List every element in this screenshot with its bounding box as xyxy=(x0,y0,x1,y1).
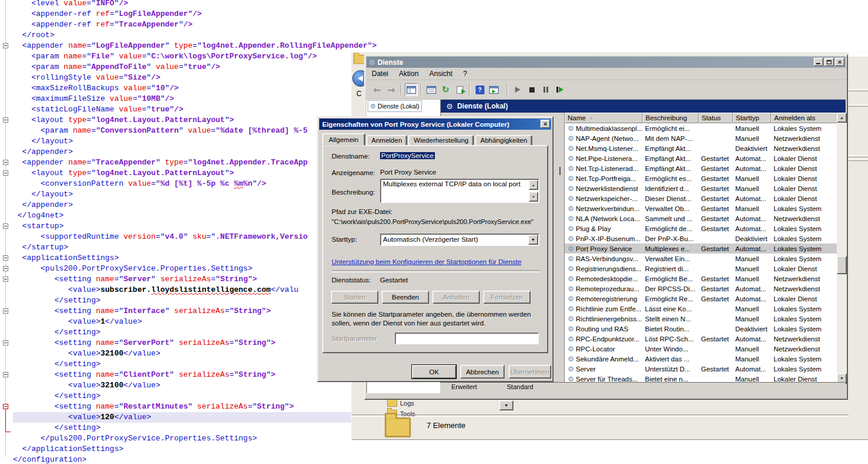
tab-standard[interactable]: Standard xyxy=(497,383,543,392)
service-row[interactable]: ⚙Netzwerkverbindun...Verwaltet Ob...Gest… xyxy=(565,203,837,213)
show-extension-button[interactable] xyxy=(487,83,500,96)
stop-button[interactable]: Beenden xyxy=(382,291,429,304)
show-console-tree-button[interactable] xyxy=(405,83,418,96)
fold-toggle[interactable] xyxy=(3,160,8,165)
refresh-icon: ↻ xyxy=(442,85,450,94)
service-row[interactable]: ⚙NetzwerklistendienstIdentifiziert d...G… xyxy=(565,183,837,193)
service-row[interactable]: ⚙Net.Tcp-Portfreiga...Ermöglicht es...Ge… xyxy=(565,173,837,183)
menu-datei[interactable]: Datei xyxy=(366,70,394,78)
fold-toggle[interactable] xyxy=(3,308,8,314)
service-row[interactable]: ⚙Netzwerkspeicher-...Dieser Dienst...Ges… xyxy=(565,193,837,203)
forward-button[interactable]: → xyxy=(385,83,398,96)
startup-options-help-link[interactable]: Unterstützung beim Konfigurieren der Sta… xyxy=(332,258,522,265)
column-header-status[interactable]: Status xyxy=(699,113,733,123)
service-row[interactable]: ⚙RemoteregistrierungErmöglicht Re...Gest… xyxy=(565,294,837,304)
service-row[interactable]: ⚙RAS-Verbindungsv...Verwaltet Ein...Manu… xyxy=(565,254,837,264)
service-row[interactable]: ⚙NLA (Network Loca...Sammelt und ...Gest… xyxy=(565,213,837,223)
restart-service-button[interactable] xyxy=(553,83,566,96)
fold-toggle[interactable] xyxy=(3,117,8,123)
close-button[interactable]: × xyxy=(835,58,844,66)
tab-erweitert[interactable]: Erweitert xyxy=(442,383,486,392)
description-field[interactable]: Multiplexes external TCP/IP data on loca… xyxy=(380,179,539,203)
tab-wiederherstellung[interactable]: Wiederherstellung xyxy=(408,135,474,146)
column-header-beschreibung[interactable]: Beschreibung xyxy=(643,113,699,123)
service-row[interactable]: ⚙Net.Msmq-Listener...Empfängt Akt...Deak… xyxy=(565,143,837,153)
service-row[interactable]: ⚙ServerUnterstützt D...GestartetAutomat.… xyxy=(565,364,837,374)
fold-toggle[interactable] xyxy=(3,372,8,377)
menu-ansicht[interactable]: Ansicht xyxy=(424,70,457,78)
editor-fold-gutter[interactable] xyxy=(0,0,13,464)
refresh-button[interactable]: ↻ xyxy=(439,83,452,96)
apply-button[interactable]: Übernehmen xyxy=(509,365,551,379)
resume-button[interactable]: Fortsetzen xyxy=(483,291,530,304)
service-row[interactable]: ⚙Multimediaklassenpl...Ermöglicht ei...M… xyxy=(565,123,837,133)
fold-toggle[interactable] xyxy=(3,340,8,345)
menu-aktion[interactable]: Aktion xyxy=(394,70,424,78)
pause-service-button[interactable] xyxy=(539,83,552,96)
start-parameters-input[interactable] xyxy=(395,333,539,344)
service-row[interactable]: ⚙PnP-X-IP-Busenum...Der PnP-X-Bu...Deakt… xyxy=(565,233,837,243)
service-row[interactable]: ⚙Remoteprozedurau...Der RPCSS-Di...Gesta… xyxy=(565,284,837,294)
column-header-name[interactable]: Name▲ xyxy=(565,113,643,123)
fold-toggle-active[interactable] xyxy=(3,404,8,409)
fold-toggle[interactable] xyxy=(3,170,8,176)
service-row[interactable]: ⚙Net.Pipe-Listenera...Empfängt Akt...Ges… xyxy=(565,153,837,163)
dialog-titlebar[interactable]: Eigenschaften von Port Proxy Service (Lo… xyxy=(319,119,551,130)
service-row[interactable]: ⚙Plug & PlayErmöglicht de...GestartetAut… xyxy=(565,223,837,233)
service-gear-icon: ⚙ xyxy=(568,134,574,143)
help-button[interactable]: ? xyxy=(473,83,486,96)
fold-toggle[interactable] xyxy=(3,43,8,48)
service-name-value[interactable]: PortProxyService xyxy=(380,152,435,159)
tab-allgemein[interactable]: Allgemein xyxy=(322,133,365,146)
pane-splitter-mark[interactable] xyxy=(559,167,561,175)
back-button[interactable]: ← xyxy=(371,83,384,96)
service-row[interactable]: ⚙Registrierungsdiens...Registriert di...… xyxy=(565,264,837,274)
scroll-down-button[interactable]: ▼ xyxy=(529,192,538,202)
service-row[interactable]: ⚙NAP-Agent (Netwo...Mit dem NAP-...Manue… xyxy=(565,133,837,143)
service-row[interactable]: ⚙Remotedesktopdie...Ermöglicht Be...Gest… xyxy=(565,274,837,284)
stop-service-button[interactable] xyxy=(525,83,538,96)
service-row[interactable]: ⚙RPC-LocatorUnter Windo...ManuellNetzwer… xyxy=(565,344,837,354)
cancel-button[interactable]: Abbrechen xyxy=(460,365,505,379)
vertical-scrollbar[interactable]: ▲ ▼ xyxy=(837,113,847,383)
service-row[interactable]: ⚙Richtlinienergebniss...Stellt einen N..… xyxy=(565,314,837,324)
service-row[interactable]: ⚙Net.Tcp-Listenerad...Empfängt Akt...Ges… xyxy=(565,163,837,173)
explorer-dropdown-button[interactable]: ▼ xyxy=(499,400,513,410)
minimize-button[interactable] xyxy=(814,58,823,66)
service-row[interactable]: ⚙RPC-Endpunktzuor...Löst RPC-Sch...Gesta… xyxy=(565,334,837,344)
pause-button[interactable]: Anhalten xyxy=(433,291,480,304)
scroll-up-button[interactable]: ▲ xyxy=(837,113,847,123)
fold-toggle[interactable] xyxy=(3,277,8,282)
scrollbar-thumb[interactable] xyxy=(837,256,847,274)
service-gear-icon: ⚙ xyxy=(568,235,574,243)
service-row-selected[interactable]: ⚙Port Proxy ServiceMultiplexes e...Gesta… xyxy=(565,243,837,254)
explorer-folder-item[interactable]: Logs xyxy=(387,399,414,407)
service-row[interactable]: ⚙Routing und RASBietet Routin...Deaktivi… xyxy=(565,324,837,334)
ok-button[interactable]: OK xyxy=(412,365,456,379)
export-list-button[interactable] xyxy=(453,83,466,96)
start-service-button[interactable] xyxy=(511,83,524,96)
dialog-tabs: Allgemein Anmelden Wiederherstellung Abh… xyxy=(322,133,533,146)
tab-anmelden[interactable]: Anmelden xyxy=(366,135,408,146)
fold-toggle[interactable] xyxy=(3,223,8,229)
menu-help[interactable]: ? xyxy=(458,70,473,78)
fold-toggle[interactable] xyxy=(3,266,8,271)
fold-toggle[interactable] xyxy=(3,255,8,261)
tree-item-dienste-lokal[interactable]: ⚙ Dienste (Lokal) xyxy=(368,100,422,112)
tab-abhaengigkeiten[interactable]: Abhängigkeiten xyxy=(475,135,532,146)
chevron-down-icon[interactable]: ▼ xyxy=(528,235,538,245)
service-row[interactable]: ⚙Richtlinie zum Entfe...Lässt eine Ko...… xyxy=(565,304,837,314)
column-header-anmelden-als[interactable]: Anmelden als xyxy=(771,113,837,123)
tree-item-label: Dienste (Lokal) xyxy=(378,103,420,110)
services-window-titlebar[interactable]: ⚙ Dienste × xyxy=(366,57,846,68)
startup-type-select[interactable]: Automatisch (Verzögerter Start) ▼ xyxy=(380,233,539,246)
scroll-up-button[interactable]: ▲ xyxy=(529,180,538,190)
dialog-close-button[interactable]: × xyxy=(541,120,550,128)
service-row[interactable]: ⚙Sekundäre Anmeld...Aktiviert das ...Man… xyxy=(565,354,837,364)
column-header-starttyp[interactable]: Starttyp xyxy=(733,113,771,123)
code-line: </applicationSettings> xyxy=(13,444,376,455)
start-button[interactable]: Starten xyxy=(331,291,378,304)
maximize-button[interactable] xyxy=(824,58,834,66)
properties-button[interactable] xyxy=(425,83,438,96)
code-line: </configuration> xyxy=(13,455,376,464)
